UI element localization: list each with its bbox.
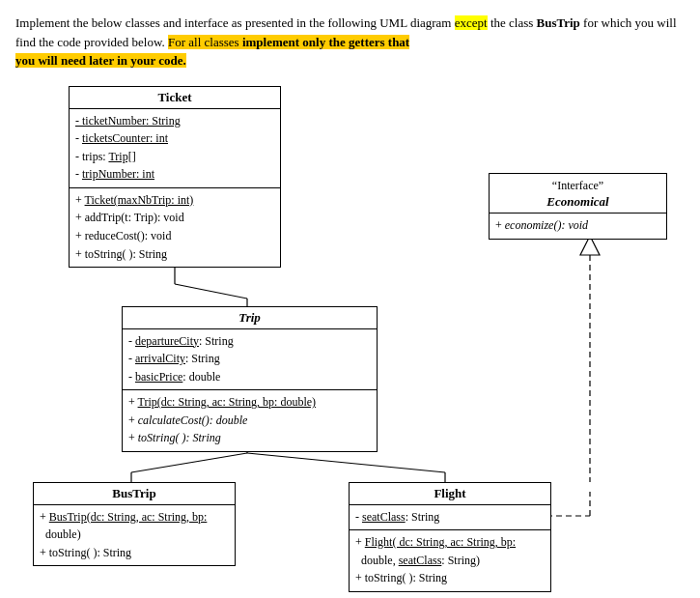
intro-paragraph: Implement the below classes and interfac… (15, 14, 685, 71)
ticket-attr-2: - ticketsCounter: int (75, 129, 274, 148)
ticket-title: Ticket (70, 87, 280, 109)
intro-text-2: the class (488, 15, 537, 30)
ticket-method-3: + reduceCost(): void (75, 227, 274, 245)
forallclasses-highlight: For all classes implement only the gette… (168, 35, 409, 49)
svg-line-7 (247, 453, 445, 472)
trip-method-3: + toString( ): String (128, 429, 371, 447)
uml-diagram: Ticket - ticketNumber: String - ticketsC… (15, 86, 691, 569)
interface-stereotype: “Interface” (490, 174, 666, 195)
svg-line-1 (175, 284, 247, 299)
flight-attr-1: - seatClass: String (355, 508, 545, 527)
interface-methods: + economize(): void (490, 214, 666, 239)
ticket-attr-1: - ticketNumber: String (75, 112, 274, 130)
trip-attr-3: - basicPrice: double (128, 368, 371, 386)
flight-method-2: + toString( ): String (355, 569, 545, 587)
except-highlight: except (455, 15, 488, 30)
trip-attr-1: - departureCity: String (128, 332, 371, 351)
implement-bold: implement only the getters that (242, 35, 409, 49)
bustrip-bold: BusTrip (537, 15, 580, 30)
bustrip-title: BusTrip (34, 483, 235, 505)
bustrip-method-1: + BusTrip(dc: String, ac: String, bp: (40, 508, 229, 527)
flight-methods: + Flight( dc: String, ac: String, bp: do… (350, 530, 550, 591)
ticket-attributes: - ticketNumber: String - ticketsCounter:… (70, 109, 280, 188)
interface-box: “Interface” Economical + economize(): vo… (489, 173, 667, 240)
flight-class-box: Flight - seatClass: String + Flight( dc:… (349, 482, 551, 592)
ticket-method-2: + addTrip(t: Trip): void (75, 209, 274, 227)
ticket-methods: + Ticket(maxNbTrip: int) + addTrip(t: Tr… (70, 188, 280, 267)
flight-attributes: - seatClass: String (350, 505, 550, 531)
bustrip-methods: + BusTrip(dc: String, ac: String, bp: do… (34, 505, 235, 566)
flight-title: Flight (350, 483, 550, 505)
ticket-method-1: + Ticket(maxNbTrip: int) (75, 191, 274, 210)
newline-bold: you will need later in your code. (15, 53, 186, 68)
flight-method-1: + Flight( dc: String, ac: String, bp: (355, 533, 545, 552)
trip-attr-2: - arrivalCity: String (128, 350, 371, 368)
bustrip-class-box: BusTrip + BusTrip(dc: String, ac: String… (33, 482, 236, 567)
trip-method-2: + calculateCost(): double (128, 412, 371, 430)
trip-methods: + Trip(dc: String, ac: String, bp: doubl… (123, 390, 377, 451)
intro-text-1: Implement the below classes and interfac… (15, 15, 455, 30)
bustrip-method-1b: double) (40, 526, 229, 544)
trip-attributes: - departureCity: String - arrivalCity: S… (123, 329, 377, 391)
trip-method-1: + Trip(dc: String, ac: String, bp: doubl… (128, 393, 371, 412)
ticket-attr-3: - trips: Trip[] (75, 148, 274, 166)
ticket-method-4: + toString( ): String (75, 245, 274, 264)
trip-title: Trip (123, 307, 377, 329)
ticket-class-box: Ticket - ticketNumber: String - ticketsC… (69, 86, 281, 269)
flight-method-1b: double, seatClass: String) (355, 552, 545, 570)
bustrip-method-2: + toString( ): String (40, 544, 229, 562)
ticket-attr-4: - tripNumber: int (75, 165, 274, 184)
interface-title: Economical (490, 194, 666, 214)
interface-method-1: + economize(): void (495, 216, 660, 235)
trip-class-box: Trip - departureCity: String - arrivalCi… (122, 306, 378, 453)
svg-line-5 (131, 453, 247, 472)
